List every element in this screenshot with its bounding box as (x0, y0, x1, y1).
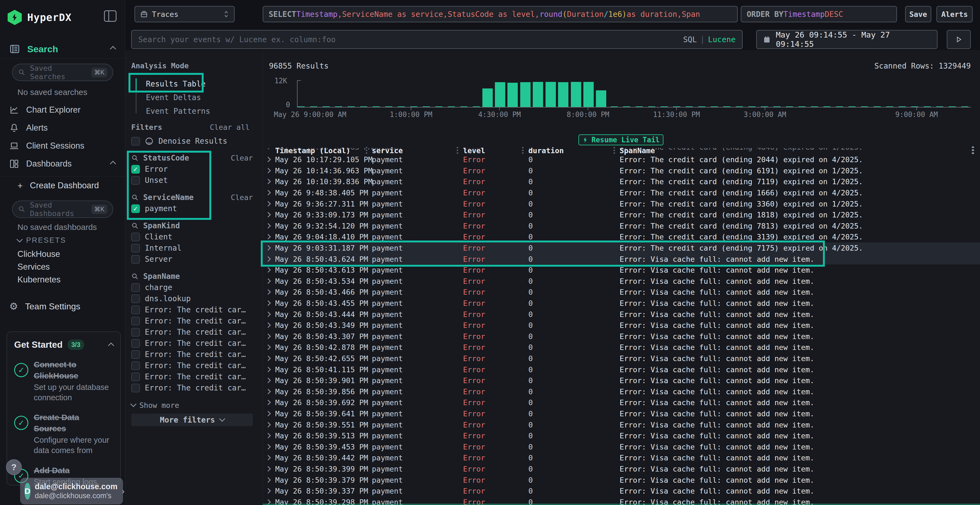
facet-checkbox[interactable] (131, 373, 140, 381)
facet-checkbox[interactable] (131, 350, 140, 359)
sidebar-item-client-sessions[interactable]: Client Sessions (0, 140, 125, 152)
expand-row-icon[interactable] (266, 378, 271, 383)
table-options-icon[interactable] (972, 146, 974, 154)
sidebar-item-search[interactable]: Search (0, 43, 125, 55)
facet-checkbox[interactable] (131, 176, 140, 185)
expand-row-icon[interactable] (266, 168, 271, 173)
analysis-mode-event-deltas[interactable]: Event Deltas (146, 93, 201, 102)
expand-row-icon[interactable] (266, 190, 271, 195)
facet-option[interactable]: Error: The credit card … (131, 315, 253, 327)
source-select[interactable]: Traces (134, 6, 235, 22)
facet-option[interactable]: Error: The credit card … (131, 327, 253, 338)
table-row[interactable]: May 26 8:50:39.379 PM payment Error 0 Er… (263, 474, 980, 485)
facet-option[interactable]: Error: The credit card … (131, 382, 253, 394)
table-row[interactable]: May 26 8:50:43.349 PM payment Error 0 Er… (263, 320, 980, 331)
expand-row-icon[interactable] (266, 466, 271, 472)
facet-option[interactable]: Internal (131, 243, 253, 254)
expand-row-icon[interactable] (266, 201, 271, 206)
table-row[interactable]: May 26 8:50:39.551 PM payment Error 0 Er… (263, 419, 980, 430)
saved-searches-input[interactable]: Saved Searches ⌘K (12, 64, 113, 81)
expand-row-icon[interactable] (266, 455, 271, 461)
column-header-spanname[interactable]: SpanName (620, 146, 655, 155)
table-row[interactable]: May 26 8:50:42.655 PM payment Error 0 Er… (263, 353, 980, 364)
create-dashboard-button[interactable]: + Create Dashboard (0, 179, 125, 192)
alerts-button[interactable]: Alerts (937, 6, 973, 22)
table-row[interactable]: May 26 9:03:31.187 PM payment Error 0 Er… (263, 243, 980, 254)
facet-checkbox[interactable] (131, 306, 140, 314)
table-row[interactable]: May 26 8:50:43.613 PM payment Error 0 Er… (263, 264, 980, 276)
facet-option[interactable]: Error: The credit card … (131, 371, 253, 382)
chevron-up-icon[interactable] (110, 161, 116, 167)
expand-row-icon[interactable] (266, 411, 271, 416)
facet-option[interactable]: Unset (131, 175, 253, 186)
lucene-search-input[interactable]: Search your events w/ Lucene ex. column:… (131, 30, 743, 49)
expand-row-icon[interactable] (266, 212, 271, 218)
histogram-bar[interactable] (583, 82, 594, 108)
denoise-checkbox[interactable] (131, 137, 140, 146)
facet-checkbox[interactable] (131, 233, 140, 241)
table-row[interactable]: May 26 10:10:39.836 PM payment Error 0 E… (263, 176, 980, 187)
histogram-bar[interactable] (508, 83, 518, 108)
column-header-duration[interactable]: duration (528, 146, 564, 155)
facet-option[interactable]: dns.lookup (131, 293, 253, 304)
expand-row-icon[interactable] (266, 311, 271, 317)
table-row[interactable]: May 26 8:50:39.901 PM payment Error 0 Er… (263, 375, 980, 386)
facet-checkbox[interactable] (131, 384, 140, 392)
table-row[interactable]: May 26 10:14:36.963 PM payment Error 0 E… (263, 165, 980, 176)
facet-clear-link[interactable]: Clear (231, 154, 253, 162)
expand-row-icon[interactable] (266, 157, 271, 162)
expand-row-icon[interactable] (266, 389, 271, 394)
expand-row-icon[interactable] (266, 256, 271, 262)
facet-clear-link[interactable]: Clear (231, 193, 253, 202)
sidebar-item-dashboards[interactable]: Dashboards (0, 158, 125, 170)
table-row[interactable]: May 26 9:04:18.410 PM payment Error 0 Er… (263, 231, 980, 243)
table-row[interactable]: May 26 8:50:39.856 PM payment Error 0 Er… (263, 386, 980, 397)
expand-row-icon[interactable] (266, 433, 271, 438)
histogram-bar[interactable] (596, 91, 606, 108)
table-row[interactable]: May 26 10:17:29.105 PM payment Error 0 E… (263, 154, 980, 165)
table-row[interactable]: May 26 8:50:39.442 PM payment Error 0 Er… (263, 452, 980, 464)
table-row[interactable]: May 26 8:50:39.641 PM payment Error 0 Er… (263, 408, 980, 419)
expand-row-icon[interactable] (266, 245, 271, 251)
sql-orderby-input[interactable]: ORDER BY Timestamp DESC (741, 6, 897, 22)
expand-row-icon[interactable] (266, 345, 271, 350)
table-row[interactable]: May 26 8:50:39.453 PM payment Error 0 Er… (263, 441, 980, 452)
analysis-mode-event-patterns[interactable]: Event Patterns (146, 106, 210, 116)
expand-row-icon[interactable] (266, 322, 271, 328)
denoise-results-toggle[interactable]: Denoise Results (131, 137, 227, 146)
expand-row-icon[interactable] (266, 267, 271, 273)
expand-row-icon[interactable] (266, 223, 271, 229)
expand-row-icon[interactable] (266, 333, 271, 339)
facet-option[interactable]: payment (131, 203, 253, 214)
facet-option[interactable]: Error: The credit card … (131, 349, 253, 360)
column-separator-icon[interactable] (457, 147, 458, 154)
facet-checkbox[interactable] (131, 317, 140, 326)
preset-item-clickhouse[interactable]: ClickHouse (18, 249, 60, 259)
table-row[interactable]: May 26 8:50:39.399 PM payment Error 0 Er… (263, 464, 980, 475)
facet-option[interactable]: Error (131, 164, 253, 175)
preset-item-services[interactable]: Services (18, 262, 50, 272)
language-toggle-sql[interactable]: SQL (683, 35, 697, 44)
sidebar-item-chart-explorer[interactable]: Chart Explorer (0, 104, 125, 116)
facet-option[interactable]: Server (131, 254, 253, 265)
column-header-level[interactable]: level (463, 146, 485, 155)
expand-row-icon[interactable] (266, 477, 271, 483)
facet-option[interactable]: Error: The credit card … (131, 338, 253, 349)
column-separator-icon[interactable] (366, 147, 367, 154)
show-more-link[interactable]: Show more (131, 399, 253, 411)
table-row[interactable]: May 26 8:50:43.534 PM payment Error 0 Er… (263, 276, 980, 287)
facet-option[interactable]: Error: The credit card … (131, 304, 253, 315)
expand-row-icon[interactable] (266, 444, 271, 449)
facet-checkbox[interactable] (131, 339, 140, 348)
facet-checkbox[interactable] (131, 361, 140, 370)
table-row[interactable]: May 26 8:50:42.878 PM payment Error 0 Er… (263, 342, 980, 353)
presets-section[interactable]: PRESETS (18, 236, 66, 245)
table-row[interactable]: May 26 8:50:41.115 PM payment Error 0 Er… (263, 364, 980, 375)
run-search-button[interactable] (947, 30, 971, 49)
expand-row-icon[interactable] (266, 300, 271, 306)
facet-option[interactable]: Client (131, 231, 253, 243)
histogram-bar[interactable] (533, 82, 543, 108)
user-menu[interactable]: D dale@clickhouse.com dale@clickhouse.co… (20, 478, 123, 505)
facet-checkbox[interactable] (131, 294, 140, 303)
histogram-bar[interactable] (571, 82, 581, 108)
